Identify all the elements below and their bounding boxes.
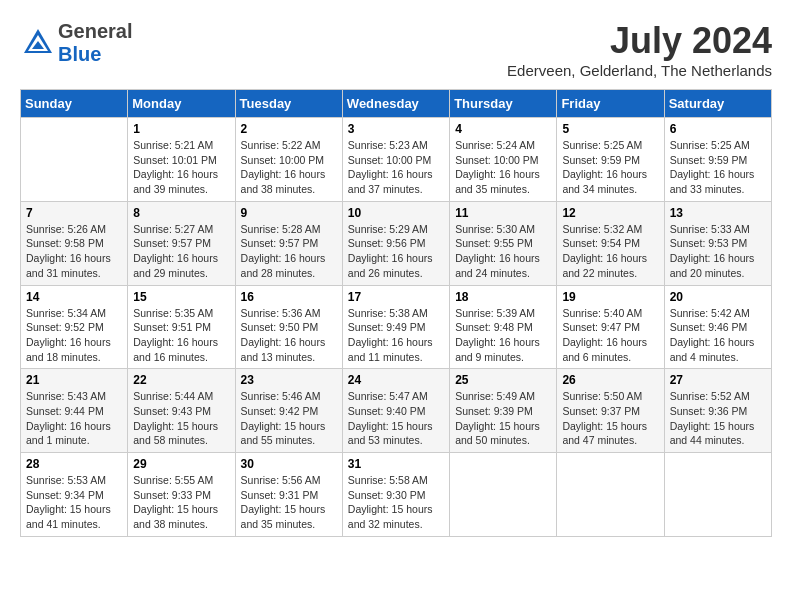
day-number: 14 — [26, 290, 122, 304]
day-info: Sunrise: 5:27 AM Sunset: 9:57 PM Dayligh… — [133, 222, 229, 281]
calendar-cell: 15Sunrise: 5:35 AM Sunset: 9:51 PM Dayli… — [128, 285, 235, 369]
calendar-cell — [21, 118, 128, 202]
calendar-cell: 7Sunrise: 5:26 AM Sunset: 9:58 PM Daylig… — [21, 201, 128, 285]
calendar-cell: 21Sunrise: 5:43 AM Sunset: 9:44 PM Dayli… — [21, 369, 128, 453]
day-number: 19 — [562, 290, 658, 304]
day-number: 29 — [133, 457, 229, 471]
day-number: 6 — [670, 122, 766, 136]
logo-blue: Blue — [58, 43, 132, 66]
calendar-week-1: 1Sunrise: 5:21 AM Sunset: 10:01 PM Dayli… — [21, 118, 772, 202]
month-year: July 2024 — [507, 20, 772, 62]
day-number: 22 — [133, 373, 229, 387]
day-info: Sunrise: 5:36 AM Sunset: 9:50 PM Dayligh… — [241, 306, 337, 365]
calendar-body: 1Sunrise: 5:21 AM Sunset: 10:01 PM Dayli… — [21, 118, 772, 537]
calendar-cell: 27Sunrise: 5:52 AM Sunset: 9:36 PM Dayli… — [664, 369, 771, 453]
calendar-cell: 4Sunrise: 5:24 AM Sunset: 10:00 PM Dayli… — [450, 118, 557, 202]
day-info: Sunrise: 5:30 AM Sunset: 9:55 PM Dayligh… — [455, 222, 551, 281]
header-row: SundayMondayTuesdayWednesdayThursdayFrid… — [21, 90, 772, 118]
calendar-cell: 30Sunrise: 5:56 AM Sunset: 9:31 PM Dayli… — [235, 453, 342, 537]
calendar-cell: 13Sunrise: 5:33 AM Sunset: 9:53 PM Dayli… — [664, 201, 771, 285]
calendar-cell: 12Sunrise: 5:32 AM Sunset: 9:54 PM Dayli… — [557, 201, 664, 285]
day-number: 16 — [241, 290, 337, 304]
day-info: Sunrise: 5:53 AM Sunset: 9:34 PM Dayligh… — [26, 473, 122, 532]
day-number: 9 — [241, 206, 337, 220]
day-number: 5 — [562, 122, 658, 136]
day-number: 17 — [348, 290, 444, 304]
day-info: Sunrise: 5:38 AM Sunset: 9:49 PM Dayligh… — [348, 306, 444, 365]
location: Ederveen, Gelderland, The Netherlands — [507, 62, 772, 79]
day-info: Sunrise: 5:43 AM Sunset: 9:44 PM Dayligh… — [26, 389, 122, 448]
logo-icon — [20, 25, 56, 61]
logo-general: General — [58, 20, 132, 43]
calendar-cell: 18Sunrise: 5:39 AM Sunset: 9:48 PM Dayli… — [450, 285, 557, 369]
calendar-cell: 19Sunrise: 5:40 AM Sunset: 9:47 PM Dayli… — [557, 285, 664, 369]
day-info: Sunrise: 5:55 AM Sunset: 9:33 PM Dayligh… — [133, 473, 229, 532]
calendar-cell: 17Sunrise: 5:38 AM Sunset: 9:49 PM Dayli… — [342, 285, 449, 369]
day-number: 2 — [241, 122, 337, 136]
header-cell-sunday: Sunday — [21, 90, 128, 118]
day-info: Sunrise: 5:26 AM Sunset: 9:58 PM Dayligh… — [26, 222, 122, 281]
day-info: Sunrise: 5:32 AM Sunset: 9:54 PM Dayligh… — [562, 222, 658, 281]
calendar-cell: 28Sunrise: 5:53 AM Sunset: 9:34 PM Dayli… — [21, 453, 128, 537]
day-info: Sunrise: 5:22 AM Sunset: 10:00 PM Daylig… — [241, 138, 337, 197]
day-number: 25 — [455, 373, 551, 387]
day-number: 18 — [455, 290, 551, 304]
day-number: 27 — [670, 373, 766, 387]
day-info: Sunrise: 5:23 AM Sunset: 10:00 PM Daylig… — [348, 138, 444, 197]
day-info: Sunrise: 5:52 AM Sunset: 9:36 PM Dayligh… — [670, 389, 766, 448]
header-cell-wednesday: Wednesday — [342, 90, 449, 118]
day-info: Sunrise: 5:34 AM Sunset: 9:52 PM Dayligh… — [26, 306, 122, 365]
day-number: 4 — [455, 122, 551, 136]
calendar-header: SundayMondayTuesdayWednesdayThursdayFrid… — [21, 90, 772, 118]
day-number: 24 — [348, 373, 444, 387]
calendar-week-5: 28Sunrise: 5:53 AM Sunset: 9:34 PM Dayli… — [21, 453, 772, 537]
day-info: Sunrise: 5:49 AM Sunset: 9:39 PM Dayligh… — [455, 389, 551, 448]
header-cell-tuesday: Tuesday — [235, 90, 342, 118]
day-info: Sunrise: 5:47 AM Sunset: 9:40 PM Dayligh… — [348, 389, 444, 448]
day-number: 1 — [133, 122, 229, 136]
day-info: Sunrise: 5:40 AM Sunset: 9:47 PM Dayligh… — [562, 306, 658, 365]
day-number: 31 — [348, 457, 444, 471]
header-cell-saturday: Saturday — [664, 90, 771, 118]
day-info: Sunrise: 5:24 AM Sunset: 10:00 PM Daylig… — [455, 138, 551, 197]
calendar-cell: 5Sunrise: 5:25 AM Sunset: 9:59 PM Daylig… — [557, 118, 664, 202]
calendar-cell: 23Sunrise: 5:46 AM Sunset: 9:42 PM Dayli… — [235, 369, 342, 453]
day-number: 21 — [26, 373, 122, 387]
day-number: 11 — [455, 206, 551, 220]
calendar-cell: 20Sunrise: 5:42 AM Sunset: 9:46 PM Dayli… — [664, 285, 771, 369]
calendar-cell: 22Sunrise: 5:44 AM Sunset: 9:43 PM Dayli… — [128, 369, 235, 453]
calendar-week-4: 21Sunrise: 5:43 AM Sunset: 9:44 PM Dayli… — [21, 369, 772, 453]
header-cell-monday: Monday — [128, 90, 235, 118]
calendar-cell — [557, 453, 664, 537]
day-info: Sunrise: 5:39 AM Sunset: 9:48 PM Dayligh… — [455, 306, 551, 365]
day-info: Sunrise: 5:58 AM Sunset: 9:30 PM Dayligh… — [348, 473, 444, 532]
day-number: 10 — [348, 206, 444, 220]
day-number: 7 — [26, 206, 122, 220]
day-number: 15 — [133, 290, 229, 304]
calendar-cell: 24Sunrise: 5:47 AM Sunset: 9:40 PM Dayli… — [342, 369, 449, 453]
calendar-week-2: 7Sunrise: 5:26 AM Sunset: 9:58 PM Daylig… — [21, 201, 772, 285]
calendar-cell: 16Sunrise: 5:36 AM Sunset: 9:50 PM Dayli… — [235, 285, 342, 369]
calendar-cell: 2Sunrise: 5:22 AM Sunset: 10:00 PM Dayli… — [235, 118, 342, 202]
day-number: 8 — [133, 206, 229, 220]
day-info: Sunrise: 5:28 AM Sunset: 9:57 PM Dayligh… — [241, 222, 337, 281]
calendar-week-3: 14Sunrise: 5:34 AM Sunset: 9:52 PM Dayli… — [21, 285, 772, 369]
calendar-cell — [450, 453, 557, 537]
calendar-cell: 29Sunrise: 5:55 AM Sunset: 9:33 PM Dayli… — [128, 453, 235, 537]
day-number: 30 — [241, 457, 337, 471]
calendar-table: SundayMondayTuesdayWednesdayThursdayFrid… — [20, 89, 772, 537]
day-number: 3 — [348, 122, 444, 136]
day-info: Sunrise: 5:56 AM Sunset: 9:31 PM Dayligh… — [241, 473, 337, 532]
day-info: Sunrise: 5:46 AM Sunset: 9:42 PM Dayligh… — [241, 389, 337, 448]
calendar-cell: 3Sunrise: 5:23 AM Sunset: 10:00 PM Dayli… — [342, 118, 449, 202]
day-info: Sunrise: 5:35 AM Sunset: 9:51 PM Dayligh… — [133, 306, 229, 365]
day-info: Sunrise: 5:25 AM Sunset: 9:59 PM Dayligh… — [562, 138, 658, 197]
day-info: Sunrise: 5:29 AM Sunset: 9:56 PM Dayligh… — [348, 222, 444, 281]
calendar-cell: 26Sunrise: 5:50 AM Sunset: 9:37 PM Dayli… — [557, 369, 664, 453]
calendar-cell: 10Sunrise: 5:29 AM Sunset: 9:56 PM Dayli… — [342, 201, 449, 285]
calendar-cell: 25Sunrise: 5:49 AM Sunset: 9:39 PM Dayli… — [450, 369, 557, 453]
calendar-cell: 14Sunrise: 5:34 AM Sunset: 9:52 PM Dayli… — [21, 285, 128, 369]
day-number: 26 — [562, 373, 658, 387]
calendar-cell: 6Sunrise: 5:25 AM Sunset: 9:59 PM Daylig… — [664, 118, 771, 202]
calendar-cell: 1Sunrise: 5:21 AM Sunset: 10:01 PM Dayli… — [128, 118, 235, 202]
